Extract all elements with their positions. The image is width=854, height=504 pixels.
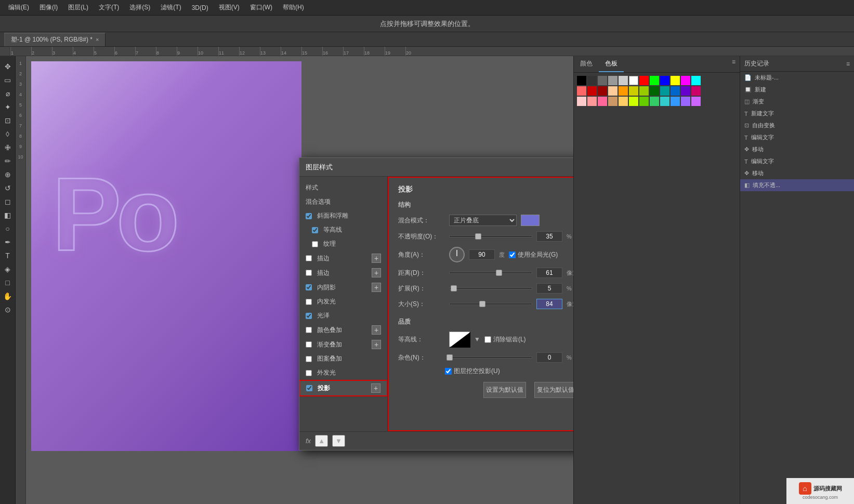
use-global-light-label[interactable]: 使用全局光(G) [509,250,558,259]
heal-tool[interactable]: ✙ [2,141,14,154]
menu-item-3d[interactable]: 3D(D) [188,2,213,14]
history-item-fill[interactable]: ◧ 填充不透... [740,179,854,191]
anti-alias-label[interactable]: 消除锯齿(L) [484,335,526,344]
stroke1-plus-btn[interactable]: + [372,254,381,263]
menu-item-filter[interactable]: 滤镜(T) [156,1,185,14]
pattern-overlay-checkbox[interactable] [306,356,312,362]
swatch-purple[interactable] [681,86,690,96]
menu-item-image[interactable]: 图像(I) [35,1,62,14]
swatch-darkred[interactable] [587,86,597,96]
menu-item-layer[interactable]: 图层(L) [64,1,93,14]
opacity-input[interactable] [536,231,562,242]
swatch-salmon[interactable] [587,97,597,106]
swatch-black[interactable] [577,76,586,85]
swatch-peach[interactable] [608,86,617,96]
swatch-medblue[interactable] [671,86,680,96]
contour-checkbox[interactable] [312,227,318,233]
history-item-move2[interactable]: ✥ 移动 [740,167,854,179]
swatch-cyan[interactable] [691,76,701,85]
opacity-thumb[interactable] [475,233,481,240]
swatch-tan[interactable] [608,97,617,106]
path-selection-tool[interactable]: ◈ [2,263,14,275]
swatch-mintgreen[interactable] [650,97,659,106]
history-item-edittext[interactable]: T 编辑文字 [740,131,854,143]
history-item-transform[interactable]: ⊡ 自由变换 [740,120,854,131]
panel-menu-button[interactable]: ≡ [728,56,740,72]
menu-item-window[interactable]: 窗口(W) [246,1,277,14]
blend-mode-select[interactable]: 正片叠底 [449,215,517,226]
drop-shadow-checkbox[interactable] [306,385,312,391]
noise-thumb[interactable] [446,354,453,361]
gradient-overlay-checkbox[interactable] [306,341,312,348]
anti-alias-checkbox[interactable] [484,336,491,343]
tab-close-btn[interactable]: × [96,36,99,43]
contour-thumbnail[interactable] [449,331,470,347]
size-input[interactable] [536,299,562,309]
drop-shadow-plus-btn[interactable]: + [371,383,380,393]
magic-wand-tool[interactable]: ✦ [2,101,14,113]
color-overlay-checkbox[interactable] [306,327,312,333]
crop-tool[interactable]: ⊡ [2,114,14,127]
menu-item-edit[interactable]: 编辑(E) [4,1,33,14]
swatch-yellowgreen[interactable] [639,86,649,96]
style-item-satin[interactable]: 光泽 [299,309,387,323]
swatch-teal[interactable] [660,86,669,96]
swatch-lightgray[interactable] [608,76,617,85]
shadow-color-swatch[interactable] [521,215,540,226]
style-item-stroke2[interactable]: 描边 + [299,266,387,280]
swatch-lime[interactable] [629,97,638,106]
noise-slider[interactable] [449,356,532,359]
noise-input[interactable] [536,352,562,363]
history-item-untitled[interactable]: 📄 未标题-... [740,72,854,84]
menu-item-view[interactable]: 视图(V) [215,1,244,14]
menu-item-help[interactable]: 帮助(H) [279,1,308,14]
clone-tool[interactable]: ⊕ [2,168,14,181]
move-down-button[interactable]: ▼ [332,435,345,447]
swatch-skyblue[interactable] [671,97,680,106]
swatch-blue[interactable] [660,76,669,85]
size-thumb[interactable] [479,301,485,307]
canvas-area[interactable]: Po 图层样式 ✕ [26,56,573,504]
angle-dial[interactable] [449,247,465,262]
style-item-bevel[interactable]: 斜面和浮雕 [299,209,387,223]
swatches-tab[interactable]: 色板 [599,56,624,72]
swatch-red[interactable] [639,76,649,85]
contour-dropdown-arrow[interactable]: ▼ [474,336,480,343]
swatch-white[interactable] [629,76,638,85]
pen-tool[interactable]: ✒ [2,236,14,248]
move-up-button[interactable]: ▲ [315,435,328,447]
swatch-gold[interactable] [619,97,628,106]
style-item-hunhe[interactable]: 混合选项 [299,195,387,209]
stroke1-checkbox[interactable] [306,255,312,261]
brush-tool[interactable]: ✏ [2,155,14,167]
inner-shadow-checkbox[interactable] [306,284,312,290]
inner-glow-checkbox[interactable] [306,299,312,305]
knockout-label[interactable]: 图层挖空投影(U) [445,367,500,376]
gradient-overlay-plus-btn[interactable]: + [372,340,381,349]
swatch-yellow[interactable] [671,76,680,85]
color-overlay-plus-btn[interactable]: + [372,325,381,335]
hand-tool[interactable]: ✋ [2,290,14,302]
swatch-darkestred[interactable] [598,86,607,96]
swatch-magenta[interactable] [681,76,690,85]
swatch-pink[interactable] [691,86,701,96]
opacity-slider[interactable] [449,235,532,237]
color-tab[interactable]: 颜色 [574,56,599,72]
history-item-newtext[interactable]: T 新建文字 [740,108,854,120]
spread-input[interactable] [536,283,562,294]
spread-slider[interactable] [449,287,532,289]
dodge-tool[interactable]: ○ [2,222,14,235]
stroke2-plus-btn[interactable]: + [372,268,381,277]
size-slider[interactable] [449,303,532,305]
swatch-aqua[interactable] [660,97,669,106]
swatch-green[interactable] [650,76,659,85]
menu-item-select[interactable]: 选择(S) [125,1,154,14]
distance-thumb[interactable] [496,270,502,276]
knockout-checkbox[interactable] [445,368,452,375]
distance-input[interactable] [536,268,562,278]
document-tab[interactable]: 塑-1 @ 100% (PS, RGB/8#) * × [4,33,106,46]
zoom-tool[interactable]: ⊙ [2,303,14,316]
distance-slider[interactable] [449,272,532,274]
bevel-checkbox[interactable] [306,213,312,219]
swatch-grassgreen[interactable] [639,97,649,106]
